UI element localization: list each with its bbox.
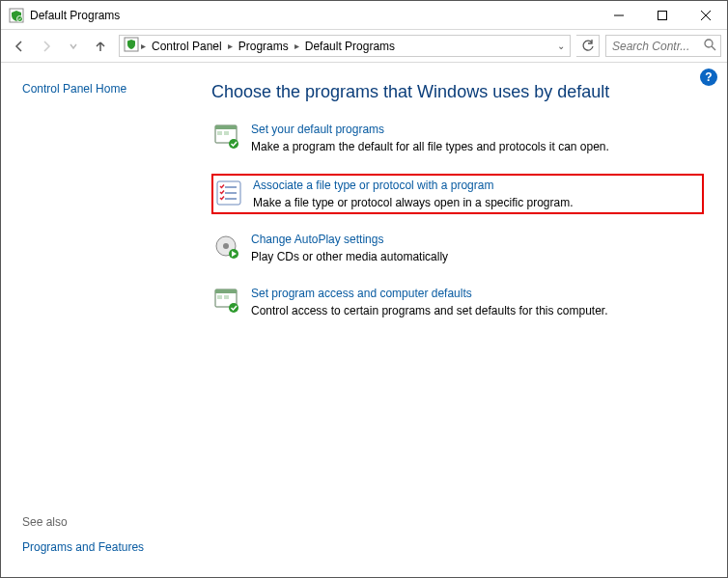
svg-rect-11 — [217, 131, 222, 135]
option-link[interactable]: Set your default programs — [251, 123, 609, 136]
app-icon — [9, 8, 24, 23]
option-program-access-defaults[interactable]: Set program access and computer defaults… — [211, 284, 704, 320]
svg-rect-22 — [215, 289, 237, 293]
option-link[interactable]: Set program access and computer defaults — [251, 287, 608, 300]
search-box[interactable] — [605, 35, 721, 57]
up-button[interactable] — [88, 35, 113, 58]
see-also-label: See also — [22, 515, 181, 529]
checklist-icon — [216, 180, 241, 206]
programs-icon — [214, 124, 239, 150]
chevron-right-icon[interactable]: ▸ — [139, 41, 148, 51]
option-set-default-programs[interactable]: Set your default programs Make a program… — [211, 120, 704, 156]
svg-rect-10 — [215, 125, 237, 129]
address-dropdown[interactable]: ⌄ — [552, 41, 570, 51]
window-title: Default Programs — [30, 9, 597, 22]
option-desc: Make a program the default for all file … — [251, 140, 609, 153]
chevron-right-icon[interactable]: ▸ — [293, 41, 301, 51]
control-panel-home-link[interactable]: Control Panel Home — [22, 82, 181, 96]
main-panel: ? Choose the programs that Windows uses … — [194, 63, 727, 577]
option-link[interactable]: Change AutoPlay settings — [251, 233, 448, 246]
breadcrumb-item-default-programs[interactable]: Default Programs — [301, 40, 399, 53]
back-button[interactable] — [7, 35, 32, 58]
forward-button[interactable] — [34, 35, 59, 58]
search-input[interactable] — [610, 39, 700, 54]
option-associate-file-type[interactable]: Associate a file type or protocol with a… — [211, 174, 704, 214]
svg-point-7 — [705, 40, 713, 47]
sidebar: Control Panel Home See also Programs and… — [1, 63, 194, 577]
option-desc: Control access to certain programs and s… — [251, 304, 608, 317]
control-panel-icon — [124, 37, 139, 55]
svg-rect-12 — [224, 131, 229, 135]
title-bar: Default Programs — [1, 1, 727, 30]
option-autoplay-settings[interactable]: Change AutoPlay settings Play CDs or oth… — [211, 230, 704, 266]
breadcrumb-item-control-panel[interactable]: Control Panel — [148, 40, 226, 53]
svg-rect-24 — [224, 295, 229, 299]
minimize-button[interactable] — [597, 1, 640, 29]
recent-dropdown[interactable] — [61, 35, 86, 58]
chevron-right-icon[interactable]: ▸ — [226, 41, 235, 51]
maximize-button[interactable] — [640, 1, 684, 29]
close-button[interactable] — [684, 1, 727, 29]
option-desc: Play CDs or other media automatically — [251, 250, 448, 263]
svg-rect-3 — [658, 11, 666, 19]
refresh-button[interactable] — [576, 35, 600, 57]
programs-and-features-link[interactable]: Programs and Features — [22, 540, 181, 554]
svg-rect-23 — [217, 295, 222, 299]
content-body: Control Panel Home See also Programs and… — [1, 63, 727, 577]
help-icon[interactable]: ? — [700, 69, 717, 86]
svg-point-19 — [223, 243, 229, 249]
svg-point-13 — [229, 139, 238, 149]
search-icon[interactable] — [704, 39, 716, 54]
svg-point-25 — [229, 303, 238, 313]
svg-line-8 — [712, 46, 715, 50]
option-link[interactable]: Associate a file type or protocol with a… — [253, 179, 574, 192]
address-bar[interactable]: ▸ Control Panel ▸ Programs ▸ Default Pro… — [119, 35, 571, 57]
programs-shield-icon — [214, 289, 239, 314]
autoplay-icon — [214, 234, 239, 260]
breadcrumb-item-programs[interactable]: Programs — [235, 40, 293, 53]
nav-bar: ▸ Control Panel ▸ Programs ▸ Default Pro… — [1, 30, 727, 63]
page-heading: Choose the programs that Windows uses by… — [211, 82, 704, 102]
option-desc: Make a file type or protocol always open… — [253, 196, 574, 209]
